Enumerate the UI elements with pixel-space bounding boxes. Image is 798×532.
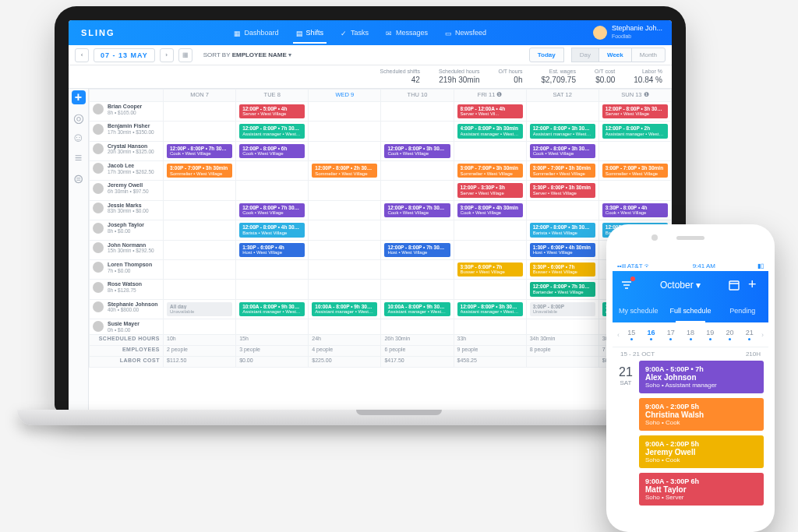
shift-cell[interactable]: 10:00A - 8:00P • 9h 30minAssistant manag… <box>309 299 381 319</box>
date-chip[interactable]: 18 <box>683 329 698 340</box>
empty-cell[interactable] <box>309 181 381 200</box>
empty-cell[interactable] <box>164 181 236 200</box>
phone-title[interactable]: October ▾ <box>660 280 701 291</box>
shift-cell[interactable]: 8:00P - 12:00A • 4hServer • West Vil... <box>454 102 526 122</box>
shift-cell[interactable]: 12:00P - 3:30P • 3hServer • West Village <box>454 181 526 200</box>
next-week-button[interactable]: › <box>160 48 174 62</box>
shift-cell[interactable]: 10:00A - 8:00P • 9h 30minAssistant manag… <box>236 299 309 319</box>
add-shift-button[interactable]: + <box>72 90 86 104</box>
tab-full-schedule[interactable]: Full schedule <box>665 299 717 322</box>
add-icon[interactable]: + <box>748 279 761 291</box>
shift-cell[interactable]: 12:00P - 8:00P • 4h 30minBarista • West … <box>236 220 309 240</box>
empty-cell[interactable] <box>164 220 236 240</box>
nav-shifts[interactable]: ▤Shifts <box>288 22 332 44</box>
empty-cell[interactable] <box>381 161 454 181</box>
empty-cell[interactable] <box>164 200 236 220</box>
shift-cell[interactable]: 12:00P - 8:00P • 6hCook • West Village <box>236 141 309 160</box>
settings-button[interactable]: ≡ <box>72 151 86 165</box>
empty-cell[interactable] <box>454 220 526 240</box>
nav-newsfeed[interactable]: ▭Newsfeed <box>437 22 494 44</box>
shift-cell[interactable]: 12:00P - 8:00P • 3h 30minAssistant manag… <box>526 122 598 141</box>
shift-cell[interactable]: 10:00A - 8:00P • 9h 30minAssistant manag… <box>381 299 454 319</box>
employee-cell[interactable]: Jeremy Owell6h 30min • $97.50 <box>90 181 164 200</box>
employee-cell[interactable]: Benjamin Fisher17h 30min • $350.00 <box>90 122 164 141</box>
shift-cell[interactable]: 12:00P - 8:00P • 3h 30minAssistant manag… <box>454 299 526 319</box>
empty-cell[interactable] <box>598 141 671 160</box>
employee-cell[interactable]: Susie Mayer0h • $0.00 <box>90 319 164 334</box>
empty-cell[interactable] <box>381 280 454 299</box>
today-icon[interactable] <box>728 279 740 291</box>
phone-shift-list[interactable]: 9:00A - 5:00P • 7hAlex JohnsonSoho • Ass… <box>639 361 768 510</box>
calendar-button[interactable]: ▦ <box>178 48 192 62</box>
today-button[interactable]: Today <box>529 48 564 62</box>
shift-cell[interactable]: 12:00P - 8:00P • 7h 30minCook • West Vil… <box>236 200 309 220</box>
empty-cell[interactable] <box>454 141 526 160</box>
empty-cell[interactable] <box>454 280 526 299</box>
shift-cell[interactable]: 12:00P - 8:00P • 2hAssistant manager • W… <box>598 122 671 141</box>
shift-cell[interactable]: 1:30P - 6:00P • 4h 30minHost • West Vill… <box>526 240 598 259</box>
empty-cell[interactable] <box>164 280 236 299</box>
shift-cell[interactable]: 12:00P - 8:00P • 7h 30minHost • West Vil… <box>381 240 454 259</box>
tab-pending[interactable]: Pending <box>716 299 768 322</box>
date-chip[interactable]: 19 <box>702 329 718 340</box>
shift-cell[interactable]: 3:00P - 8:00P • 4h 30minCook • West Vill… <box>454 200 526 220</box>
empty-cell[interactable] <box>381 122 454 141</box>
date-chip[interactable]: 15 <box>623 329 639 340</box>
nav-tasks[interactable]: ✓Tasks <box>333 22 376 44</box>
empty-cell[interactable] <box>309 280 381 299</box>
phone-shift-card[interactable]: 9:00A - 2:00P 5hChristina WalshSoho • Co… <box>639 398 764 431</box>
shift-cell[interactable]: 12:00P - 5:00P • 4hServer • West Village <box>236 102 309 122</box>
empty-cell[interactable] <box>381 220 454 240</box>
empty-cell[interactable] <box>526 319 598 334</box>
empty-cell[interactable] <box>309 141 381 160</box>
phone-shift-card[interactable]: 9:00A - 3:00P 6hMatt TaylorSoho • Server <box>639 473 764 506</box>
employee-cell[interactable]: Jacob Lee17h 30min • $262.50 <box>90 161 164 181</box>
location-filter-button[interactable]: ◎ <box>72 111 86 125</box>
sort-value[interactable]: EMPLOYEE NAME <box>232 51 287 58</box>
phone-shift-card[interactable]: 9:00A - 2:00P 5hJeremy OwellSoho • Cook <box>639 435 764 468</box>
employee-cell[interactable]: Stephanie Johnson40h • $800.00 <box>90 299 164 319</box>
view-day[interactable]: Day <box>571 48 599 62</box>
shift-cell[interactable]: 12:00P - 8:00P • 3h 30minBarista • West … <box>526 220 598 240</box>
tab-my-schedule[interactable]: My schedule <box>613 299 665 322</box>
shift-cell[interactable]: 3:30P - 8:00P • 4hCook • West Village <box>598 200 671 220</box>
shift-cell[interactable]: 12:00P - 8:00P • 3h 30minCook • West Vil… <box>381 141 454 160</box>
shift-cell[interactable]: All dayUnavailable <box>164 299 236 319</box>
empty-cell[interactable] <box>236 161 309 181</box>
shift-cell[interactable]: 12:00P - 8:00P • 7h 30minCook • West Vil… <box>164 141 236 160</box>
shift-cell[interactable]: 12:00P - 8:00P • 2h 30minSommelier • Wes… <box>309 161 381 181</box>
user-menu[interactable]: Stephanie Joh... Foodlab <box>593 25 662 41</box>
prev-day-button[interactable]: ‹ <box>617 331 620 339</box>
people-filter-button[interactable]: ☺ <box>72 131 86 145</box>
prev-week-button[interactable]: ‹ <box>75 48 89 62</box>
shift-cell[interactable]: 3:00P - 7:00P • 3h 30minSommelier • West… <box>598 161 671 181</box>
date-chip[interactable]: 17 <box>663 329 679 340</box>
reports-button[interactable]: ⊜ <box>72 171 86 185</box>
filter-icon[interactable] <box>620 279 633 291</box>
empty-cell[interactable] <box>454 240 526 259</box>
empty-cell[interactable] <box>164 102 236 122</box>
empty-cell[interactable] <box>526 200 598 220</box>
view-month[interactable]: Month <box>631 48 666 62</box>
empty-cell[interactable] <box>598 181 671 200</box>
shift-cell[interactable]: 1:30P - 6:00P • 4hHost • West Village <box>236 240 309 259</box>
schedule-grid[interactable]: MON 7TUE 8WED 9THU 10FRI 11 ❶SAT 12SUN 1… <box>89 89 672 411</box>
empty-cell[interactable] <box>526 102 598 122</box>
date-range[interactable]: 07 - 13 MAY <box>94 48 155 62</box>
shift-cell[interactable]: 12:00P - 8:00P • 7h 30minAssistant manag… <box>236 122 309 141</box>
shift-cell[interactable]: 3:30P - 6:00P • 7hBusser • West Village <box>526 259 598 279</box>
shift-cell[interactable]: 12:00P - 8:00P • 3h 30minCook • West Vil… <box>526 141 598 160</box>
shift-cell[interactable]: 3:00P - 7:00P • 3h 30minSommelier • West… <box>454 161 526 181</box>
empty-cell[interactable] <box>309 259 381 279</box>
empty-cell[interactable] <box>309 122 381 141</box>
nav-dashboard[interactable]: ▦Dashboard <box>226 22 286 44</box>
empty-cell[interactable] <box>381 102 454 122</box>
empty-cell[interactable] <box>236 319 309 334</box>
date-chip[interactable]: 21 <box>742 329 757 340</box>
shift-cell[interactable]: 3:30P - 6:00P • 7hBusser • West Village <box>454 259 526 279</box>
empty-cell[interactable] <box>309 220 381 240</box>
phone-date-picker[interactable]: ‹15161718192021› <box>613 322 768 347</box>
shift-cell[interactable]: 3:00P - 7:00P • 3h 30minSommelier • West… <box>526 161 598 181</box>
employee-cell[interactable]: Brian Cooper8h • $165.00 <box>90 102 164 122</box>
employee-cell[interactable]: John Normann15h 30min • $292.50 <box>90 240 164 259</box>
